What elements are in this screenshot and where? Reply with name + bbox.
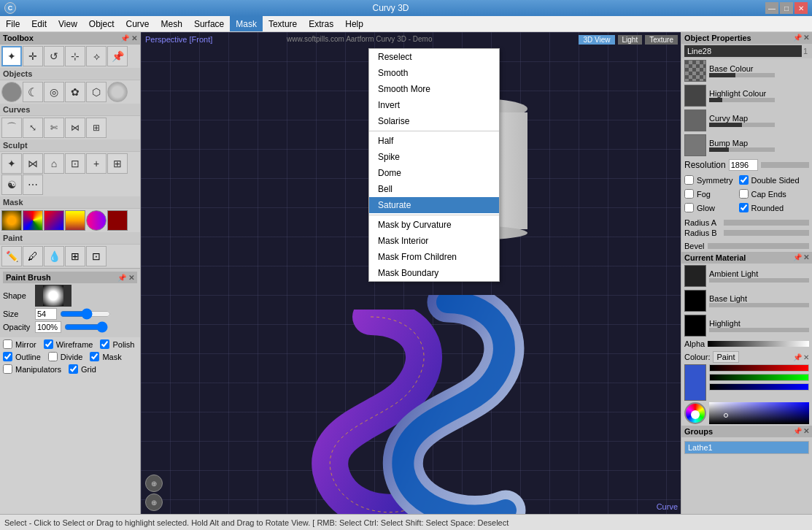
minimize-button[interactable]: — [765,2,778,14]
base-colour-slider[interactable] [709,73,775,77]
maximize-button[interactable]: □ [780,2,793,14]
menu-solarise[interactable]: Solarise [369,113,499,129]
highlight-slider[interactable] [709,328,809,332]
mask-tool-rainbow[interactable] [23,210,43,231]
nav-zoom-icon[interactable]: ⊕ [145,493,163,511]
menu-mask-by-curvature[interactable]: Mask by Curvature [369,217,499,233]
menu-smooth-more[interactable]: Smooth More [369,81,499,97]
rp-pin-icon[interactable]: 📌 [793,34,802,42]
tool-move[interactable]: ✛ [23,46,43,66]
nav-compass-icon[interactable]: ⊕ [145,475,163,492]
colour-close-icon[interactable]: ✕ [803,353,809,361]
tool-sculpt3[interactable]: ⌂ [44,153,64,174]
menu-mask[interactable]: Mask [230,16,263,31]
ambient-light-thumb[interactable] [684,265,706,287]
cb-manipulators-input[interactable] [3,364,12,374]
cb-polish-input[interactable] [100,339,109,349]
cb-rounded-input[interactable] [739,203,749,212]
tool-sculpt6[interactable]: ⊞ [107,153,128,174]
groups-pin-icon[interactable]: 📌 [793,427,802,436]
cb-grid-input[interactable] [69,364,78,374]
curvy-map-thumb[interactable] [684,110,706,131]
tool-select[interactable]: ✦ [1,46,22,66]
radius-a-slider[interactable] [724,220,809,226]
alpha-slider[interactable] [708,341,809,347]
cb-symmetry-input[interactable] [684,175,694,185]
cb-wireframe-input[interactable] [44,339,53,349]
opacity-slider[interactable] [64,323,108,331]
groups-close-icon[interactable]: ✕ [803,427,809,436]
tool-sculpt1[interactable]: ✦ [1,153,22,174]
paint-tool1[interactable]: ✏️ [1,246,22,266]
hue-wheel[interactable] [684,402,706,424]
size-slider[interactable] [60,310,111,318]
cm-pin-icon[interactable]: 📌 [793,253,802,262]
curvy-map-slider[interactable] [709,123,775,127]
tool-rotate[interactable]: ↺ [44,46,64,66]
tool-curve3[interactable]: ✄ [44,118,64,138]
tool-sculpt7[interactable]: ☯ [1,174,22,195]
menu-extras[interactable]: Extras [303,16,339,31]
cb-fog-input[interactable] [684,189,694,199]
menu-file[interactable]: File [0,16,26,31]
menu-texture[interactable]: Texture [263,16,303,31]
tool-nudge[interactable]: ⟡ [86,46,107,66]
size-value[interactable]: 54 [35,308,57,320]
cb-cap-ends-input[interactable] [739,189,749,199]
mask-tool-yellow[interactable] [65,210,85,231]
rp-close-icon[interactable]: ✕ [803,34,809,42]
resolution-slider[interactable] [761,162,809,168]
tool-curve4[interactable]: ⋈ [65,118,85,138]
cb-double-sided-input[interactable] [739,175,749,185]
ambient-light-slider[interactable] [709,278,809,283]
opacity-value[interactable]: 100% [35,321,61,333]
cb-glow-input[interactable] [684,203,694,212]
blue-slider[interactable] [709,383,809,391]
mask-tool-darkred[interactable] [107,210,128,231]
menu-surface[interactable]: Surface [188,16,230,31]
base-light-thumb[interactable] [684,290,706,312]
menu-view[interactable]: View [53,16,83,31]
radius-b-slider[interactable] [724,230,809,236]
menu-mask-from-children[interactable]: Mask From Children [369,249,499,265]
tool-crescent[interactable]: ☾ [23,82,43,102]
mask-tool-redblue[interactable] [44,210,64,231]
menu-mesh[interactable]: Mesh [155,16,188,31]
tool-sphere2[interactable] [107,82,128,102]
menu-half[interactable]: Half [369,133,499,149]
base-colour-thumb[interactable] [684,60,706,82]
highlight-colour-slider[interactable] [709,98,775,102]
menu-spike[interactable]: Spike [369,149,499,165]
menu-invert[interactable]: Invert [369,97,499,113]
tool-sculpt5[interactable]: + [86,153,107,174]
paint-tool2[interactable]: 🖊 [23,246,43,266]
tool-curve2[interactable]: ⤡ [23,118,43,138]
mask-tool-pink[interactable] [86,210,107,231]
tool-torus[interactable]: ◎ [44,82,64,102]
menu-curve[interactable]: Curve [120,16,155,31]
cm-close-icon[interactable]: ✕ [803,253,809,262]
menu-help[interactable]: Help [339,16,369,31]
menu-smooth[interactable]: Smooth [369,65,499,81]
bevel-slider[interactable] [708,243,809,249]
tool-metallic[interactable]: ⬡ [86,82,107,102]
menu-edit[interactable]: Edit [26,16,53,31]
group-lathe1[interactable]: Lathe1 [684,441,809,454]
paint-tool4[interactable]: ⊞ [65,246,85,266]
menu-saturate[interactable]: Saturate [369,197,499,213]
menu-bell[interactable]: Bell [369,181,499,197]
paint-tool5[interactable]: ⊡ [86,246,107,266]
toolbox-pin-icon[interactable]: 📌 [120,34,129,42]
saturation-value-picker[interactable] [709,402,809,424]
highlight-colour-thumb[interactable] [684,85,706,107]
red-slider[interactable] [709,364,809,372]
menu-mask-boundary[interactable]: Mask Boundary [369,265,499,281]
tool-sphere[interactable] [1,82,22,102]
toolbox-close-icon[interactable]: ✕ [131,34,137,42]
close-button[interactable]: ✕ [794,2,808,14]
resolution-input[interactable] [729,159,758,171]
cb-outline-input[interactable] [3,352,12,361]
tool-transform[interactable]: ⊹ [65,46,85,66]
tool-curve1[interactable]: ⌒ [1,118,22,138]
object-name[interactable]: Line28 [684,45,802,57]
